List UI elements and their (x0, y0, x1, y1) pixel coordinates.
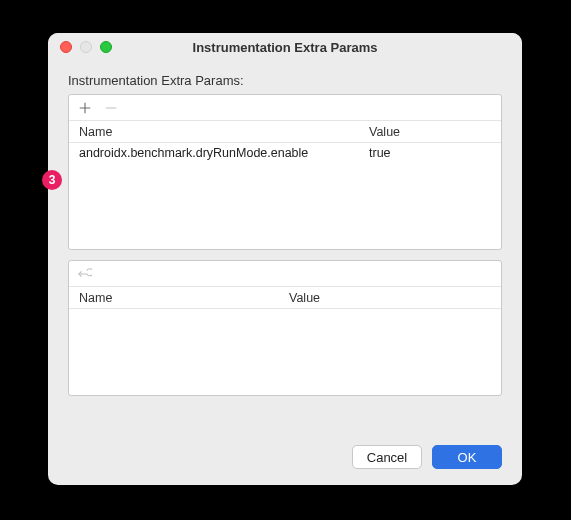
secondary-pane: Name Value (68, 260, 502, 396)
table-row[interactable]: androidx.benchmark.dryRunMode.enable tru… (69, 143, 501, 163)
secondary-table-body[interactable] (69, 309, 501, 395)
dialog-content: Instrumentation Extra Params: Name Value… (48, 61, 522, 485)
cell-value[interactable]: true (359, 146, 501, 160)
dialog-footer: Cancel OK (68, 427, 502, 469)
remove-icon[interactable] (103, 100, 119, 116)
titlebar: Instrumentation Extra Params (48, 33, 522, 61)
params-pane: Name Value androidx.benchmark.dryRunMode… (68, 94, 502, 250)
column-header-name[interactable]: Name (69, 125, 359, 139)
traffic-lights (48, 41, 112, 53)
column-header-value[interactable]: Value (279, 291, 501, 305)
ok-button[interactable]: OK (432, 445, 502, 469)
column-header-value[interactable]: Value (359, 125, 501, 139)
window-title: Instrumentation Extra Params (48, 40, 522, 55)
params-toolbar (69, 95, 501, 121)
dialog-window: Instrumentation Extra Params Instrumenta… (48, 33, 522, 485)
section-label: Instrumentation Extra Params: (68, 73, 502, 88)
revert-icon (77, 266, 93, 282)
maximize-window-icon[interactable] (100, 41, 112, 53)
annotation-badge: 3 (42, 170, 62, 190)
secondary-table-header: Name Value (69, 287, 501, 309)
cancel-button[interactable]: Cancel (352, 445, 422, 469)
close-window-icon[interactable] (60, 41, 72, 53)
minimize-window-icon (80, 41, 92, 53)
cell-name[interactable]: androidx.benchmark.dryRunMode.enable (69, 146, 359, 160)
secondary-toolbar (69, 261, 501, 287)
params-table-body[interactable]: androidx.benchmark.dryRunMode.enable tru… (69, 143, 501, 249)
add-icon[interactable] (77, 100, 93, 116)
column-header-name[interactable]: Name (69, 291, 279, 305)
params-table-header: Name Value (69, 121, 501, 143)
